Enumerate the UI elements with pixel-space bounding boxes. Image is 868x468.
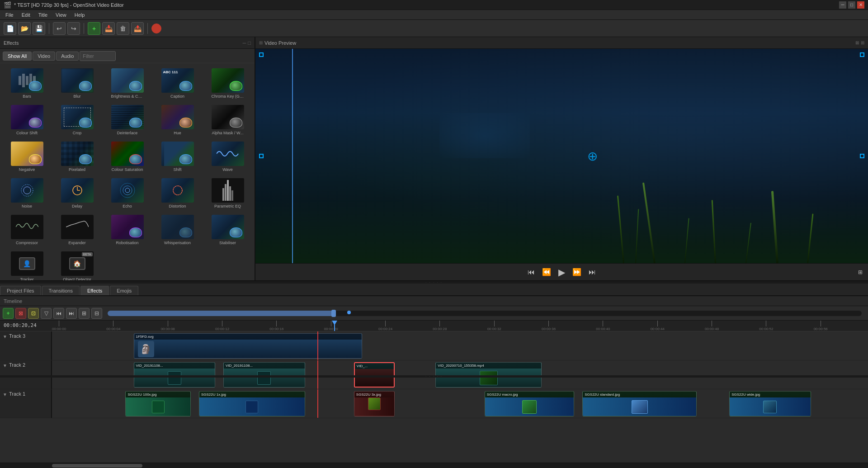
scrollbar-thumb[interactable] xyxy=(52,464,142,468)
remove-button[interactable]: 🗑 xyxy=(117,22,129,35)
clip-vid3[interactable]: VID_... xyxy=(354,362,395,388)
preview-expand-icon[interactable]: ⊠ xyxy=(855,40,859,45)
effect-item-stabiliser[interactable]: Stabiliser xyxy=(203,213,252,247)
skip-to-start-button[interactable]: ⏮ xyxy=(526,266,537,278)
effect-item-distortion[interactable]: Distortion xyxy=(153,176,202,211)
clip-vid1[interactable]: VID_20191108... xyxy=(134,362,216,388)
effects-panel-collapse[interactable]: ─ xyxy=(243,40,246,46)
redo-button[interactable]: ↪ xyxy=(67,22,80,35)
clip-sgs-3x[interactable]: SGS22U 3x.jpg xyxy=(354,391,395,416)
clip-sgs-100x[interactable]: SGS22U 100x.jpg xyxy=(125,391,190,416)
effect-item-chroma-key[interactable]: Chroma Key (Gr... xyxy=(203,66,252,101)
handle-mid-left[interactable] xyxy=(259,154,264,158)
effect-item-wave[interactable]: Wave xyxy=(203,139,252,174)
filter-clips-button[interactable]: ▽ xyxy=(41,308,52,319)
effect-item-expander[interactable]: Expander xyxy=(53,213,101,247)
tab-video[interactable]: Video xyxy=(33,52,55,61)
preview-collapse-icon[interactable]: ⊞ xyxy=(259,40,263,45)
effect-item-colour-saturation[interactable]: Colour Saturation xyxy=(103,139,151,174)
effect-item-crop[interactable]: Crop xyxy=(53,103,101,137)
title-bar-controls[interactable]: ─ □ ✕ xyxy=(839,1,864,9)
effect-item-pixelated[interactable]: Pixelated xyxy=(53,139,101,174)
track-2-arrow[interactable]: ▼ xyxy=(3,363,7,368)
open-project-button[interactable]: 📂 xyxy=(18,22,31,35)
close-button[interactable]: ✕ xyxy=(857,1,864,9)
effect-item-brightness[interactable]: Brightness & Co... xyxy=(103,66,151,101)
center-button[interactable]: ⊞ xyxy=(79,308,90,319)
preview-settings-icon[interactable]: ⊞ xyxy=(861,40,864,45)
track-2-content[interactable]: VID_20191108... VID_20191108... xyxy=(52,360,868,389)
effect-item-noise[interactable]: Noise xyxy=(3,176,51,211)
effect-item-tracker[interactable]: 👤 Tracker xyxy=(3,249,51,280)
effects-filter-input[interactable] xyxy=(80,51,116,61)
maximize-button[interactable]: □ xyxy=(848,1,855,9)
effect-item-deinterlace[interactable]: Deinterlace xyxy=(103,103,151,137)
tab-effects[interactable]: Effects xyxy=(80,286,109,295)
effect-item-bars[interactable]: Bars xyxy=(3,66,51,101)
timeline-horizontal-scrollbar[interactable] xyxy=(0,463,868,468)
track-3-arrow[interactable]: ▼ xyxy=(3,334,7,339)
menu-help[interactable]: Help xyxy=(71,11,89,19)
zoom-slider[interactable] xyxy=(108,311,862,316)
zoom-thumb[interactable] xyxy=(331,310,336,317)
jump-start-button[interactable]: ⏮ xyxy=(53,308,64,319)
effect-item-parametric-eq[interactable]: Parametric EQ xyxy=(203,176,252,211)
handle-mid-right[interactable] xyxy=(860,154,864,158)
handle-top-left[interactable] xyxy=(259,52,264,57)
undo-button[interactable]: ↩ xyxy=(53,22,66,35)
effect-item-object-detector[interactable]: 🏠 BETA Object Detector xyxy=(53,249,101,280)
effects-panel-expand[interactable]: □ xyxy=(248,40,251,46)
bottom-resize-handle[interactable]: · · · · · xyxy=(0,375,868,378)
record-button[interactable] xyxy=(151,24,161,33)
save-project-button[interactable]: 💾 xyxy=(33,22,45,35)
effect-item-shift[interactable]: Shift xyxy=(153,139,202,174)
skip-to-end-button[interactable]: ⏭ xyxy=(587,266,598,278)
tab-project-files[interactable]: Project Files xyxy=(0,286,41,295)
jump-end-button[interactable]: ⏭ xyxy=(66,308,77,319)
effect-item-delay[interactable]: Delay xyxy=(53,176,101,211)
preview-content[interactable]: ⊕ xyxy=(255,49,868,263)
tab-show-all[interactable]: Show All xyxy=(3,52,32,61)
menu-file[interactable]: File xyxy=(2,11,17,19)
effect-item-colour-shift[interactable]: Colour Shift xyxy=(3,103,51,137)
effect-item-alpha-mask[interactable]: Alpha Mask / W... xyxy=(203,103,252,137)
remove-clip-button[interactable]: ⊠ xyxy=(15,308,26,319)
tab-audio[interactable]: Audio xyxy=(56,52,79,61)
clip-sgs-macro[interactable]: SGS22U macro.jpg xyxy=(485,391,575,416)
effect-item-whisperisation[interactable]: Whisperisation xyxy=(153,213,202,247)
clip-sgs-1x[interactable]: SGS22U 1x.jpg xyxy=(199,391,305,416)
tab-emojis[interactable]: Emojis xyxy=(110,286,138,295)
effect-item-robotisation[interactable]: Robotisation xyxy=(103,213,151,247)
new-project-button[interactable]: 📄 xyxy=(4,22,16,35)
clip-sgs-standard[interactable]: SGS22U standard.jpg xyxy=(582,391,697,416)
clip-sgs-wide[interactable]: SGS22U wide.jpg xyxy=(729,391,811,416)
menu-edit[interactable]: Edit xyxy=(18,11,34,19)
effect-item-hue[interactable]: Hue xyxy=(153,103,202,137)
effect-item-blur[interactable]: Blur xyxy=(53,66,101,101)
track-1-content[interactable]: SGS22U 100x.jpg SGS22U 1x.jpg xyxy=(52,389,868,418)
track-1-arrow[interactable]: ▼ xyxy=(3,392,7,397)
step-back-button[interactable]: ⏪ xyxy=(540,266,553,278)
minimize-button[interactable]: ─ xyxy=(839,1,846,9)
effect-item-echo[interactable]: Echo xyxy=(103,176,151,211)
effect-item-compressor[interactable]: Compressor xyxy=(3,213,51,247)
add-track-button[interactable]: + xyxy=(88,22,100,35)
step-forward-button[interactable]: ⏩ xyxy=(571,266,583,278)
add-track-tl-button[interactable]: + xyxy=(3,308,14,319)
clip-1f5fd[interactable]: 1F5FD.svg 🗿 xyxy=(134,333,362,359)
effect-item-caption[interactable]: ABC 111 Caption xyxy=(153,66,202,101)
align-button[interactable]: ⊟ xyxy=(91,308,102,319)
play-pause-button[interactable]: ▶ xyxy=(557,265,567,279)
add-clip-button[interactable]: 📥 xyxy=(102,22,115,35)
menu-title[interactable]: Title xyxy=(35,11,51,19)
snapping-button[interactable]: ⊡ xyxy=(28,308,39,319)
export-button[interactable]: 📤 xyxy=(131,22,144,35)
clip-vid4[interactable]: VID_20200710_155358.mp4 xyxy=(435,362,542,388)
track-3-content[interactable]: 1F5FD.svg 🗿 xyxy=(52,331,868,360)
effect-item-negative[interactable]: Negative xyxy=(3,139,51,174)
menu-view[interactable]: View xyxy=(52,11,70,19)
clip-vid2[interactable]: VID_20191108... xyxy=(223,362,305,388)
tab-transitions[interactable]: Transitions xyxy=(42,286,80,295)
handle-top-right[interactable] xyxy=(860,52,864,57)
fullscreen-button[interactable]: ⊞ xyxy=(856,267,864,277)
